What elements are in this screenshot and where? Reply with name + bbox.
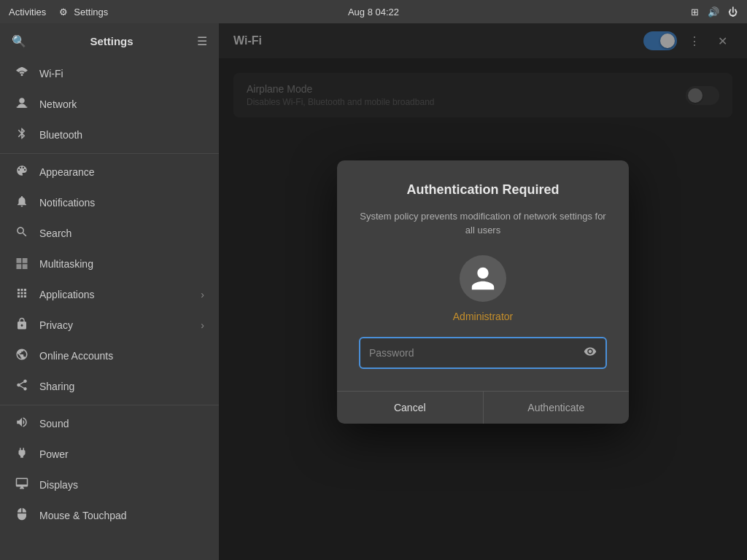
sharing-icon [15, 378, 29, 394]
sidebar-item-multitasking[interactable]: Multitasking [0, 249, 219, 279]
appearance-icon [15, 164, 29, 180]
user-avatar [460, 255, 506, 302]
main-layout: 🔍 Settings ☰ Wi-Fi Network Bluetooth [0, 23, 747, 560]
sidebar-network-label: Network [39, 98, 204, 110]
mouse-touchpad-icon [15, 508, 29, 524]
sidebar-header: 🔍 Settings ☰ [0, 23, 219, 58]
sidebar-search-icon[interactable]: 🔍 [12, 34, 26, 48]
sidebar-notifications-label: Notifications [39, 197, 204, 209]
dialog-overlay: Authentication Required System policy pr… [219, 23, 747, 560]
sidebar: 🔍 Settings ☰ Wi-Fi Network Bluetooth [0, 23, 219, 560]
sidebar-search-label: Search [39, 228, 204, 239]
activities-button[interactable]: Activities [9, 7, 46, 18]
wifi-icon [15, 66, 29, 82]
authenticate-button[interactable]: Authenticate [484, 392, 630, 424]
cancel-button[interactable]: Cancel [337, 392, 484, 424]
sidebar-wifi-label: Wi-Fi [39, 68, 204, 79]
sidebar-item-wifi[interactable]: Wi-Fi [0, 58, 219, 89]
sidebar-divider-1 [0, 153, 219, 154]
sidebar-online-accounts-label: Online Accounts [39, 350, 204, 362]
privacy-arrow-icon: › [201, 319, 204, 331]
dialog-message: System policy prevents modification of n… [359, 209, 607, 238]
network-icon[interactable]: ⊞ [689, 6, 700, 18]
sidebar-item-appearance[interactable]: Appearance [0, 157, 219, 187]
sidebar-item-bluetooth[interactable]: Bluetooth [0, 120, 219, 150]
show-password-icon[interactable] [584, 345, 597, 361]
password-input[interactable] [369, 338, 584, 368]
sidebar-sound-label: Sound [39, 418, 204, 429]
privacy-icon [15, 317, 29, 333]
content-area: Wi-Fi ⋮ ✕ Airplane Mode Disables Wi-Fi, … [219, 23, 747, 560]
sidebar-divider-2 [0, 405, 219, 405]
sidebar-item-power[interactable]: Power [0, 439, 219, 470]
auth-dialog: Authentication Required System policy pr… [337, 160, 629, 424]
online-accounts-icon [15, 348, 29, 364]
sidebar-bluetooth-label: Bluetooth [39, 129, 204, 141]
sidebar-item-mouse-touchpad[interactable]: Mouse & Touchpad [0, 500, 219, 531]
displays-icon [15, 477, 29, 493]
applications-icon [15, 287, 29, 303]
sidebar-item-sharing[interactable]: Sharing [0, 371, 219, 402]
topbar-datetime: Aug 8 04:22 [348, 7, 399, 18]
user-name-label: Administrator [359, 311, 607, 322]
sidebar-item-online-accounts[interactable]: Online Accounts [0, 341, 219, 371]
sidebar-item-search[interactable]: Search [0, 218, 219, 249]
applications-arrow-icon: › [201, 289, 204, 300]
dialog-footer: Cancel Authenticate [337, 391, 629, 424]
sidebar-multitasking-label: Multitasking [39, 258, 204, 270]
dialog-body: Authentication Required System policy pr… [337, 160, 629, 391]
settings-gear-icon: ⚙ [58, 6, 69, 18]
sidebar-power-label: Power [39, 448, 204, 460]
volume-icon[interactable]: 🔊 [708, 6, 719, 18]
sidebar-item-sound[interactable]: Sound [0, 408, 219, 439]
topbar-left: Activities ⚙ Settings [9, 6, 108, 18]
sidebar-item-privacy[interactable]: Privacy › [0, 310, 219, 341]
sidebar-applications-label: Applications [39, 289, 190, 300]
sidebar-item-displays[interactable]: Displays [0, 470, 219, 500]
sidebar-title: Settings [90, 35, 133, 47]
power-sidebar-icon [15, 446, 29, 462]
sidebar-item-network[interactable]: Network [0, 89, 219, 120]
sidebar-displays-label: Displays [39, 479, 204, 491]
sound-icon [15, 416, 29, 432]
topbar-settings[interactable]: ⚙ Settings [58, 6, 108, 18]
sidebar-mouse-touchpad-label: Mouse & Touchpad [39, 510, 204, 521]
sidebar-privacy-label: Privacy [39, 319, 190, 331]
sidebar-item-applications[interactable]: Applications › [0, 279, 219, 310]
dialog-title: Authentication Required [359, 182, 607, 198]
topbar: Activities ⚙ Settings Aug 8 04:22 ⊞ 🔊 ⏻ [0, 0, 747, 23]
multitasking-icon [15, 256, 29, 272]
sidebar-sharing-label: Sharing [39, 381, 204, 392]
network-sidebar-icon [15, 96, 29, 112]
svg-rect-0 [17, 106, 28, 108]
sidebar-menu-icon[interactable]: ☰ [197, 34, 207, 48]
power-icon[interactable]: ⏻ [727, 6, 738, 18]
search-sidebar-icon [15, 225, 29, 241]
sidebar-appearance-label: Appearance [39, 166, 204, 178]
topbar-right: ⊞ 🔊 ⏻ [689, 6, 738, 18]
notifications-icon [15, 195, 29, 211]
password-field [359, 337, 607, 369]
sidebar-item-notifications[interactable]: Notifications [0, 187, 219, 218]
bluetooth-icon [15, 127, 29, 143]
